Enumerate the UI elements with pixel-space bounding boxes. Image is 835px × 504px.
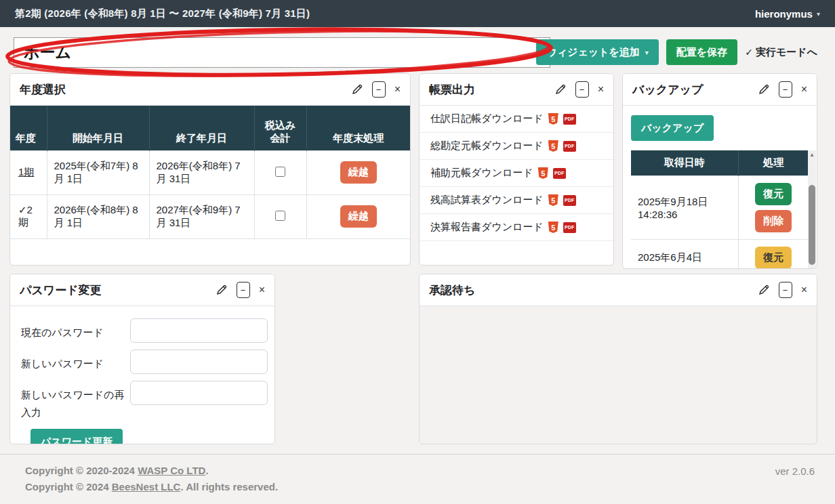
widget-year-select-header: 年度選択 − × — [10, 74, 410, 106]
col-header: 年度 — [10, 106, 47, 150]
footer: Copyright © 2020-2024 WASP Co LTD. Copyr… — [0, 454, 835, 504]
carryover-button[interactable]: 繰越 — [340, 161, 377, 184]
check-icon: ✓ — [18, 204, 27, 215]
version-label: ver 2.0.6 — [775, 465, 815, 477]
list-item[interactable]: 補助元帳ダウンロード 5 PDF — [420, 160, 613, 187]
close-icon[interactable]: × — [598, 83, 604, 96]
collapse-icon[interactable]: − — [372, 81, 386, 98]
html5-icon[interactable]: 5 — [548, 222, 558, 233]
html5-icon[interactable]: 5 — [548, 140, 558, 152]
list-item[interactable]: 仕訳日記帳ダウンロード 5 PDF — [420, 106, 613, 133]
pdf-icon[interactable]: PDF — [563, 114, 576, 125]
edit-pencil-icon[interactable] — [758, 83, 770, 96]
backup-datetime: 2025年6月4日 — [631, 240, 738, 270]
user-menu[interactable]: hieronymus ▾ — [755, 8, 820, 20]
pdf-icon[interactable]: PDF — [563, 195, 576, 206]
report-link[interactable]: 総勘定元帳ダウンロード — [430, 140, 544, 152]
widget-title: 年度選択 — [20, 82, 351, 98]
close-icon[interactable]: × — [394, 83, 401, 96]
end-date: 2026年(令和8年) 7月 31日 — [149, 150, 254, 194]
chevron-down-icon: ▾ — [645, 49, 649, 56]
end-date: 2027年(令和9年) 7月 31日 — [149, 194, 254, 238]
page-title-box[interactable]: ホーム — [14, 37, 550, 68]
start-date: 2025年(令和7年) 8月 1日 — [47, 150, 149, 194]
backup-button[interactable]: バックアップ — [631, 115, 714, 141]
tax-included-checkbox[interactable] — [275, 167, 285, 177]
report-link[interactable]: 残高試算表ダウンロード — [430, 194, 544, 207]
widget-backup: バックアップ − × バックアップ 取得日時 処理 — [622, 73, 817, 269]
widget-year-select: 年度選択 − × 年度 開始年月日 終了年月日 税込み会計 年度末処理 — [9, 73, 411, 266]
delete-button[interactable]: 削除 — [755, 210, 792, 232]
current-password-field[interactable] — [130, 318, 268, 343]
copyright-text: Copyright © 2024 — [25, 481, 112, 492]
list-item[interactable]: 総勘定元帳ダウンロード 5 PDF — [420, 133, 613, 160]
pdf-icon[interactable]: PDF — [563, 222, 576, 233]
table-row: ✓2期 2026年(令和8年) 8月 1日 2027年(令和9年) 7月 31日… — [10, 194, 410, 238]
widget-approval-header: 承認待ち − × — [420, 274, 817, 306]
col-header: 税込み会計 — [254, 106, 306, 150]
tax-included-checkbox[interactable] — [275, 211, 285, 221]
scrollbar-thumb[interactable] — [809, 185, 815, 265]
report-link[interactable]: 決算報告書ダウンロード — [430, 221, 544, 234]
pdf-icon[interactable]: PDF — [563, 141, 576, 152]
col-header: 取得日時 — [631, 150, 738, 176]
save-layout-label: 配置を保存 — [676, 46, 727, 59]
carryover-button[interactable]: 繰越 — [340, 205, 377, 228]
copyright-line-1: Copyright © 2020-2024 WASP Co LTD. — [25, 463, 815, 479]
edit-pencil-icon[interactable] — [216, 284, 228, 296]
wasp-link[interactable]: WASP Co LTD — [138, 465, 205, 476]
new-password-field[interactable] — [130, 350, 268, 374]
exec-mode-link[interactable]: ✓ 実行モードへ — [745, 46, 817, 59]
widget-title: バックアップ — [632, 82, 758, 98]
edit-pencil-icon[interactable] — [554, 83, 567, 96]
chevron-down-icon: ▾ — [817, 10, 820, 18]
close-icon[interactable]: × — [259, 284, 265, 296]
collapse-icon[interactable]: − — [575, 81, 589, 98]
widget-title: 承認待ち — [429, 282, 758, 298]
list-item[interactable]: 残高試算表ダウンロード 5 PDF — [420, 187, 613, 214]
save-layout-button[interactable]: 配置を保存 — [666, 39, 737, 65]
copyright-text: Copyright © 2020-2024 — [25, 465, 138, 476]
collapse-icon[interactable]: − — [779, 81, 792, 98]
list-item[interactable]: 決算報告書ダウンロード 5 PDF — [420, 214, 613, 241]
report-link[interactable]: 仕訳日記帳ダウンロード — [430, 112, 544, 125]
period-link[interactable]: 1期 — [18, 166, 34, 177]
add-widget-button[interactable]: ウィジェットを追加 ▾ — [536, 39, 659, 65]
widget-password-body: 現在のパスワード 新しいパスワード 新しいパスワードの再入力 パスワード更新 — [10, 306, 274, 444]
collapse-icon[interactable]: − — [779, 282, 792, 298]
current-password-label: 現在のパスワード — [21, 318, 130, 341]
widget-title: 帳票出力 — [429, 82, 554, 98]
table-row: 2025年6月4日 復元 — [631, 240, 809, 270]
fiscal-period-label: 第2期 (2026年 (令和8年) 8月 1日 〜 2027年 (令和9年) 7… — [15, 7, 310, 20]
start-date: 2026年(令和8年) 8月 1日 — [47, 194, 149, 238]
edit-pencil-icon[interactable] — [758, 284, 770, 296]
exec-mode-label: 実行モードへ — [756, 46, 817, 59]
close-icon[interactable]: × — [801, 284, 807, 296]
collapse-icon[interactable]: − — [237, 282, 250, 298]
close-icon[interactable]: × — [801, 83, 807, 96]
page-title: ホーム — [24, 42, 71, 63]
edit-pencil-icon[interactable] — [351, 83, 363, 96]
html5-icon[interactable]: 5 — [548, 113, 558, 125]
restore-button[interactable]: 復元 — [755, 247, 792, 269]
add-widget-label: ウィジェットを追加 — [546, 46, 639, 59]
col-header: 終了年月日 — [149, 106, 254, 150]
table-row: 2025年9月18日 14:28:36 復元 削除 — [631, 176, 809, 240]
scroll-up-icon[interactable]: ▲ — [809, 152, 815, 158]
user-name: hieronymus — [755, 8, 813, 20]
top-navbar: 第2期 (2026年 (令和8年) 8月 1日 〜 2027年 (令和9年) 7… — [0, 0, 835, 27]
confirm-password-field[interactable] — [130, 381, 268, 405]
confirm-password-label: 新しいパスワードの再入力 — [21, 381, 130, 421]
beesnest-link[interactable]: BeesNest LLC — [112, 481, 181, 492]
widget-scrollbar[interactable]: ▲ — [808, 150, 816, 268]
report-link[interactable]: 補助元帳ダウンロード — [430, 167, 533, 180]
col-header: 年度末処理 — [306, 106, 410, 150]
password-update-button[interactable]: パスワード更新 — [30, 429, 123, 444]
restore-button[interactable]: 復元 — [755, 183, 792, 205]
pdf-icon[interactable]: PDF — [553, 168, 566, 179]
widget-reports-header: 帳票出力 − × — [420, 74, 613, 106]
backup-datetime: 2025年9月18日 14:28:36 — [631, 176, 738, 240]
copyright-text: . All rights reserved. — [180, 481, 278, 492]
html5-icon[interactable]: 5 — [538, 167, 548, 179]
html5-icon[interactable]: 5 — [548, 194, 558, 206]
